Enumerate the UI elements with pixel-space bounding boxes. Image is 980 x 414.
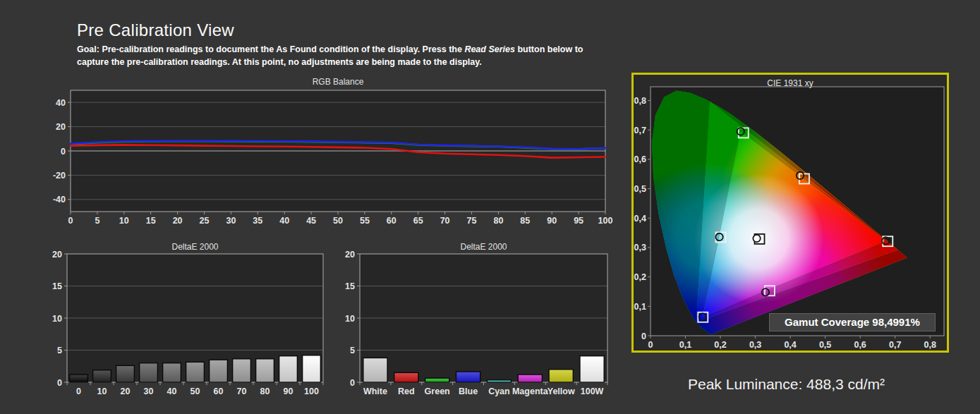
goal-text-read-series: Read Series <box>464 44 515 54</box>
x-category-label: Red <box>398 386 415 396</box>
x-category-label: Yellow <box>548 386 575 396</box>
y-tick-label: 0,5 <box>634 184 646 194</box>
x-category-label: 0 <box>76 386 81 396</box>
deltae-grayscale-chart: 051015200102030405060708090100 <box>42 250 332 411</box>
x-tick-label: 20 <box>173 216 183 226</box>
y-tick-label: -40 <box>53 195 66 205</box>
y-tick-label: 0 <box>641 331 646 341</box>
x-tick-label: 55 <box>360 216 370 226</box>
y-tick-label: 15 <box>345 281 355 291</box>
bar-green <box>425 378 449 382</box>
x-tick-label: 0,2 <box>714 340 726 350</box>
x-tick-label: 95 <box>574 216 583 226</box>
x-tick-label: 0 <box>68 216 73 226</box>
bar-cyan <box>487 380 511 382</box>
x-tick-label: 0,3 <box>749 340 761 350</box>
x-category-label: Magenta <box>512 386 549 396</box>
bar-80 <box>256 359 274 382</box>
y-tick-label: 0 <box>350 378 355 388</box>
y-tick-label: 0 <box>57 378 62 388</box>
x-category-label: 50 <box>190 386 200 396</box>
y-tick-label: 5 <box>57 346 62 355</box>
y-tick-label: 0,3 <box>634 243 646 252</box>
y-tick-label: 40 <box>56 98 66 108</box>
x-tick-label: 0,7 <box>889 340 901 350</box>
x-tick-label: 35 <box>253 216 262 226</box>
bar-100w <box>580 356 604 382</box>
rgb-balance-chart: -40-200204005101520253035404550556065707… <box>42 88 614 233</box>
x-category-label: 60 <box>214 386 224 396</box>
x-category-label: 10 <box>97 386 107 396</box>
y-tick-label: 0 <box>61 147 66 157</box>
x-tick-label: 30 <box>226 216 236 226</box>
y-tick-label: 20 <box>345 250 355 260</box>
peak-luminance-readout: Peak Luminance: 488,3 cd/m² <box>688 376 885 393</box>
bar-100 <box>303 355 321 382</box>
deltae-colors-chart: 05101520WhiteRedGreenBlueCyanMagentaYell… <box>335 250 624 411</box>
bar-50 <box>186 362 205 382</box>
y-tick-label: 20 <box>56 122 66 132</box>
goal-text-part2: button below to <box>515 44 583 54</box>
x-tick-label: 0,4 <box>784 340 796 350</box>
x-tick-label: 0,5 <box>819 340 831 350</box>
bar-magenta <box>518 375 542 382</box>
precalibration-report-page: { "header": { "title": "Pre Calibration … <box>0 0 980 414</box>
x-tick-label: 50 <box>333 216 343 226</box>
x-tick-label: 0,8 <box>924 340 936 350</box>
bar-70 <box>233 359 251 382</box>
y-tick-label: 0,2 <box>634 272 646 282</box>
x-tick-label: 80 <box>493 216 503 226</box>
y-tick-label: 0,4 <box>634 214 646 224</box>
y-tick-label: 5 <box>350 346 355 355</box>
y-tick-label: 10 <box>52 314 62 324</box>
y-tick-label: 20 <box>52 250 62 260</box>
y-tick-label: 15 <box>52 281 62 291</box>
cie-diagram-panel: 000,10,10,20,20,30,30,40,40,50,50,60,60,… <box>631 73 949 353</box>
x-tick-label: 70 <box>440 216 450 226</box>
bar-yellow <box>549 370 573 382</box>
bar-blue <box>456 372 480 382</box>
goal-text-part1: Goal: Pre-calibration readings to docume… <box>77 44 464 54</box>
x-tick-label: 85 <box>520 216 530 226</box>
cie-chart-title: CIE 1931 xy <box>634 78 947 88</box>
bar-10 <box>93 370 111 382</box>
x-tick-label: 90 <box>547 216 557 226</box>
x-tick-label: 60 <box>387 216 397 226</box>
x-category-label: Cyan <box>488 386 510 396</box>
x-category-label: White <box>363 386 387 396</box>
measured-white-circle <box>753 235 760 242</box>
x-category-label: 30 <box>144 386 154 396</box>
y-tick-label: 0,1 <box>634 302 646 312</box>
y-tick-label: 10 <box>345 314 355 324</box>
cie-1931-diagram: 000,10,10,20,20,30,30,40,40,50,50,60,60,… <box>634 75 947 351</box>
bar-90 <box>279 356 298 382</box>
x-category-label: 100 <box>304 386 319 396</box>
x-tick-label: 10 <box>119 216 129 226</box>
x-category-label: 40 <box>167 386 177 396</box>
x-tick-label: 0,6 <box>854 340 866 350</box>
x-category-label: Green <box>425 386 450 396</box>
x-tick-label: 0,1 <box>679 340 691 350</box>
x-tick-label: 25 <box>200 216 210 226</box>
bar-20 <box>116 365 135 382</box>
page-title: Pre Calibration View <box>77 20 234 40</box>
bar-red <box>394 372 418 382</box>
x-tick-label: 5 <box>95 216 99 226</box>
x-tick-label: 75 <box>467 216 477 226</box>
y-tick-label: -20 <box>53 171 66 181</box>
goal-text: Goal: Pre-calibration readings to docume… <box>77 44 583 68</box>
x-category-label: 100W <box>581 386 604 396</box>
x-tick-label: 15 <box>146 216 156 226</box>
x-tick-label: 40 <box>279 216 289 226</box>
x-tick-label: 100 <box>598 216 613 226</box>
x-category-label: 70 <box>237 386 247 396</box>
bar-60 <box>210 360 228 382</box>
bar-0 <box>70 375 88 382</box>
bar-white <box>363 358 387 382</box>
x-tick-label: 45 <box>306 216 316 226</box>
y-tick-label: 0,7 <box>634 126 646 135</box>
rgb-balance-chart-title: RGB Balance <box>71 77 605 87</box>
y-tick-label: 0,6 <box>634 154 646 164</box>
x-category-label: Blue <box>459 386 478 396</box>
x-category-label: 80 <box>260 386 270 396</box>
